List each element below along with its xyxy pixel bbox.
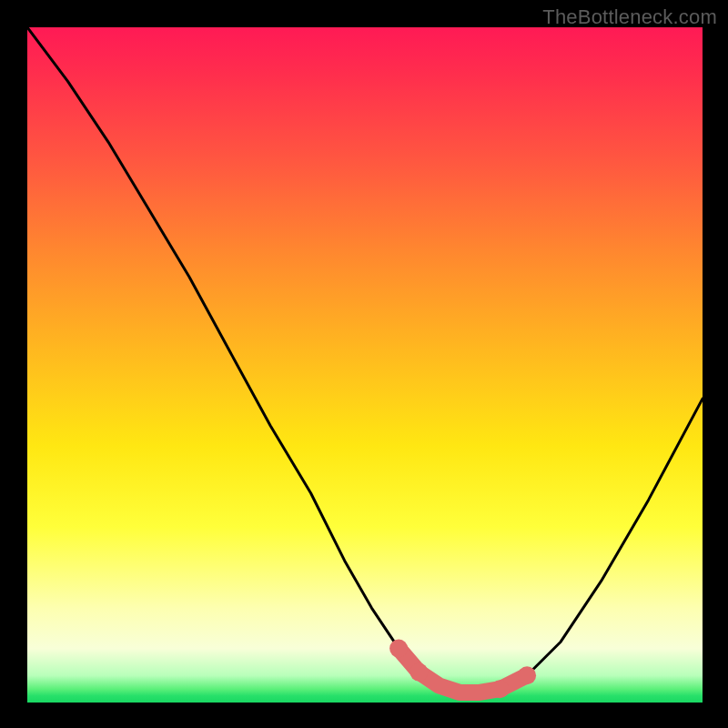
highlight-dot	[490, 680, 509, 698]
bottleneck-curve	[27, 27, 703, 693]
highlight-dot	[410, 663, 428, 682]
curve-overlay	[27, 27, 703, 703]
chart-container: TheBottleneck.com	[0, 0, 728, 728]
attribution-text: TheBottleneck.com	[542, 5, 717, 29]
highlight-dot	[389, 640, 408, 658]
highlight-dot	[518, 666, 536, 684]
plot-area	[27, 27, 703, 703]
